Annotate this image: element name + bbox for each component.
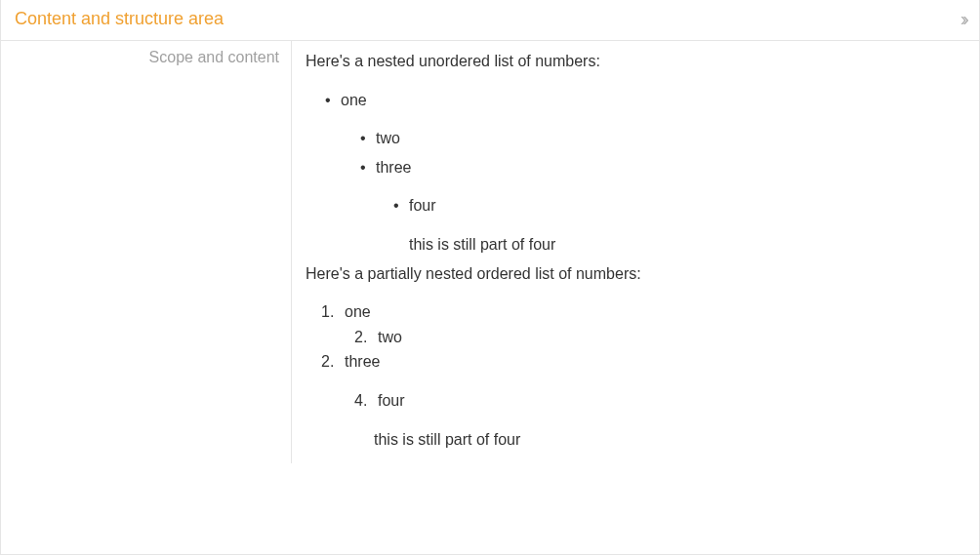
list-item-continuation: this is still part of four [374,427,965,453]
field-row: Scope and content Here's a nested unorde… [1,41,979,463]
list-item: two [356,126,965,151]
unordered-list: one [306,88,965,113]
list-item: four [389,193,965,218]
panel: Content and structure area ›› Scope and … [0,0,980,555]
field-content: Here's a nested unordered list of number… [292,41,979,463]
panel-header: Content and structure area ›› [1,0,979,41]
ordered-list: 1. one 2. two 2. three 4. four this is s… [306,299,965,452]
list-item: 2. two [354,325,965,350]
unordered-list-nested-2: four [306,193,965,218]
paragraph-intro-2: Here's a partially nested ordered list o… [306,261,965,287]
paragraph-intro-1: Here's a nested unordered list of number… [306,49,965,74]
list-item: 4. four [354,388,965,414]
list-item: one [321,88,965,113]
list-item: 2. three [321,349,965,375]
list-item-continuation: this is still part of four [409,232,965,258]
panel-title: Content and structure area [15,9,224,29]
list-item: 1. one [321,299,965,325]
collapse-icon[interactable]: ›› [960,8,965,30]
unordered-list-nested: two three [306,126,965,179]
field-label: Scope and content [1,41,292,463]
list-item: three [356,155,965,180]
